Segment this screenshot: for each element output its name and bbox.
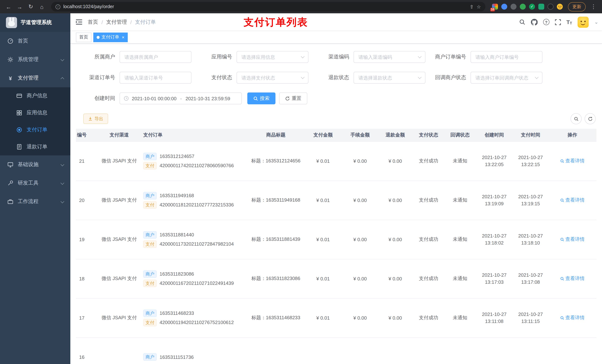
address-bar[interactable]: i localhost:1024/pay/order ⇧ ☆ — [51, 2, 485, 11]
font-size-icon[interactable]: TT — [567, 19, 572, 25]
tag-label: 首页 — [79, 34, 88, 40]
logo-image — [6, 17, 17, 28]
tag-pay-order[interactable]: 支付订单 × — [93, 32, 128, 42]
breadcrumb-pay[interactable]: 支付管理 — [106, 19, 127, 25]
sidebar-item-refund-order[interactable]: 退款订单 — [0, 138, 70, 155]
channel-order-no-input[interactable] — [119, 72, 191, 83]
help-icon[interactable]: ? — [543, 19, 549, 25]
cell-id: 21 — [76, 141, 99, 180]
reload-icon[interactable]: ↻ — [26, 2, 35, 11]
table-row: 21 微信 JSAPI 支付 商户1635312124657 支付4200001… — [76, 141, 596, 180]
tag-label: 支付订单 — [101, 34, 119, 40]
logo-title: 芋道管理系统 — [21, 19, 52, 26]
breadcrumb-home[interactable]: 首页 — [88, 19, 98, 25]
cell-created: 2021-10-2713:18:02 — [476, 220, 513, 259]
chevron-up-icon — [61, 77, 64, 81]
extension-icon[interactable]: 10 — [492, 4, 498, 10]
sidebar-item-label: 支付订单 — [27, 126, 47, 133]
cell-fee: ¥ 0.00 — [343, 180, 378, 220]
extension-icon[interactable] — [511, 4, 516, 10]
view-detail-link[interactable]: 查看详情 — [560, 157, 585, 164]
url-text[interactable]: localhost:1024/pay/order — [63, 4, 467, 9]
merchant-no: 1635311151736 — [160, 354, 194, 360]
merchant-order-no-input[interactable] — [471, 51, 542, 63]
merchant-input[interactable] — [119, 51, 191, 63]
cell-order: 商户1635311823086 支付4200001167202110271022… — [140, 259, 248, 298]
cell-created: 2021-10-2713:19:09 — [476, 180, 513, 220]
merchant-tag: 商户 — [143, 192, 157, 199]
cell-notify: 未通知 — [444, 180, 476, 220]
extension-icon[interactable] — [501, 4, 507, 10]
home-icon[interactable]: ⌂ — [37, 2, 47, 11]
date-end[interactable]: 2021-10-31 23:59:59 — [185, 96, 230, 101]
merchant-tag: 商户 — [143, 353, 157, 361]
orders-table-wrapper: 编号 支付渠道 支付订单 商品标题 支付金额 手续金额 退款金额 支付状态 回调… — [76, 129, 596, 364]
chrome-update-button[interactable]: 更新 — [568, 2, 586, 11]
yen-icon: ¥ — [7, 75, 13, 81]
bookmark-star-icon[interactable]: ☆ — [477, 4, 481, 10]
search-button-label: 搜索 — [260, 95, 269, 102]
caret-down-icon[interactable]: ⌄ — [594, 19, 598, 25]
cell-action: 查看详情 — [548, 298, 596, 337]
extension-icon[interactable] — [538, 4, 544, 10]
logo[interactable]: 芋道管理系统 — [0, 13, 70, 32]
github-icon[interactable] — [531, 19, 538, 25]
share-icon[interactable]: ⇧ — [470, 4, 474, 10]
sidebar-item-system[interactable]: 系统管理 — [0, 50, 70, 69]
filter-label: 支付状态 — [193, 74, 236, 81]
tag-home[interactable]: 首页 — [76, 32, 91, 42]
view-detail-link[interactable]: 查看详情 — [560, 275, 585, 282]
sidebar-item-workflow[interactable]: 工作流程 — [0, 192, 70, 211]
view-detail-link[interactable]: 查看详情 — [560, 197, 585, 203]
extension-icon[interactable] — [548, 4, 553, 10]
pay-status-select[interactable] — [236, 72, 308, 83]
cell-paid — [513, 337, 548, 364]
view-detail-link[interactable]: 查看详情 — [560, 314, 585, 321]
sidebar-item-label: 基础设施 — [18, 161, 39, 168]
forward-icon[interactable]: → — [15, 2, 24, 11]
title-prefix: 标题： — [251, 197, 266, 203]
channel-code-select[interactable] — [354, 51, 425, 63]
kebab-menu-icon[interactable]: ⋮ — [589, 2, 598, 11]
extension-icon[interactable]: ✓ — [529, 4, 535, 10]
toggle-search-button[interactable] — [570, 113, 582, 124]
sidebar-item-label: 退款订单 — [27, 144, 47, 150]
col-paid: 支付时间 — [513, 129, 548, 141]
refund-status-select[interactable] — [354, 72, 425, 83]
search-button[interactable]: 搜索 — [247, 93, 275, 104]
date-start[interactable]: 2021-10-01 00:00:00 — [132, 96, 176, 101]
sidebar-item-home[interactable]: 首页 — [0, 32, 70, 50]
extension-icon[interactable] — [520, 4, 526, 10]
sidebar-item-pay-order[interactable]: 支付订单 — [0, 121, 70, 138]
emoji-extension-icon[interactable] — [557, 4, 563, 10]
close-icon[interactable]: × — [122, 35, 124, 40]
sidebar-item-pay[interactable]: ¥ 支付管理 — [0, 69, 70, 87]
search-icon[interactable] — [519, 19, 525, 25]
export-button[interactable]: 导出 — [83, 114, 108, 124]
cell-title: 标题：1635311823086 — [248, 259, 304, 298]
sidebar-item-app-info[interactable]: 应用信息 — [0, 104, 70, 121]
col-refund: 退款金额 — [378, 129, 413, 141]
sidebar-item-dev-tools[interactable]: 研发工具 — [0, 174, 70, 192]
app-id-select[interactable] — [236, 51, 308, 63]
cell-paid: 2021-10-2713:17:08 — [513, 259, 548, 298]
reset-button[interactable]: 重置 — [279, 93, 307, 104]
view-detail-link[interactable]: 查看详情 — [560, 236, 585, 243]
refresh-button[interactable] — [585, 113, 596, 124]
avatar[interactable] — [578, 16, 589, 28]
col-action: 操作 — [548, 129, 596, 141]
chevron-down-icon — [61, 163, 64, 166]
back-icon[interactable]: ← — [4, 2, 13, 11]
sidebar-item-merchant-info[interactable]: 商户信息 — [0, 87, 70, 104]
site-info-icon[interactable]: i — [55, 4, 60, 9]
hamburger-icon[interactable] — [70, 19, 88, 25]
pay-tag: 支付 — [143, 162, 157, 169]
date-range-picker[interactable]: 2021-10-01 00:00:00 - 2021-10-31 23:59:5… — [119, 93, 242, 104]
notify-status-select[interactable] — [471, 72, 542, 83]
browser-chrome: ← → ↻ ⌂ i localhost:1024/pay/order ⇧ ☆ 1… — [0, 0, 602, 13]
cell-channel: 微信 JSAPI 支付 — [99, 141, 140, 180]
cell-id: 16 — [76, 337, 99, 364]
sidebar-item-infra[interactable]: 基础设施 — [0, 155, 70, 174]
fullscreen-icon[interactable] — [555, 19, 561, 25]
filter-row-1: 所属商户 应用编号 渠道编码 商户订单编号 — [76, 51, 596, 63]
